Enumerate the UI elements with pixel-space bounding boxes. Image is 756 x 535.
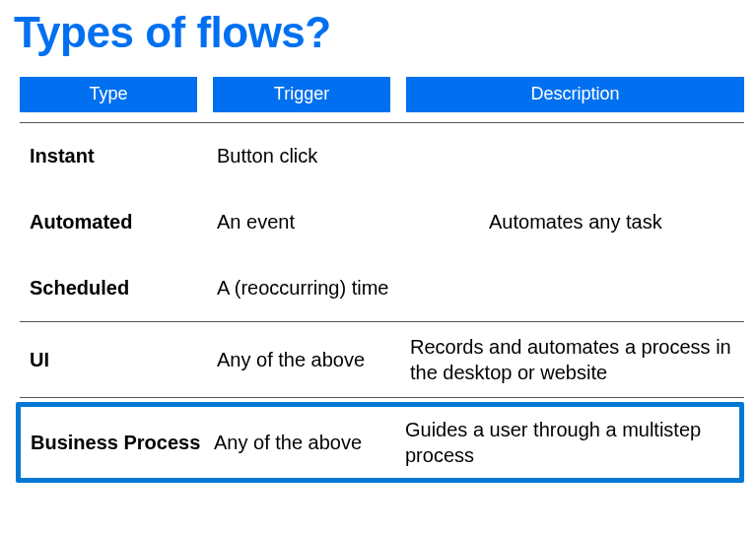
table-header-row: Type Trigger Description xyxy=(20,77,744,112)
cell-trigger: Any of the above xyxy=(214,432,405,454)
slide-title: Types of flows? xyxy=(0,0,756,57)
cell-type: Business Process xyxy=(31,432,214,454)
cell-trigger: An event xyxy=(217,211,410,234)
table-row: Scheduled A (reoccurring) time xyxy=(20,255,744,321)
cell-type: Scheduled xyxy=(30,277,217,300)
flows-table: Type Trigger Description Instant Button … xyxy=(0,57,756,483)
header-trigger: Trigger xyxy=(213,77,390,112)
header-type: Type xyxy=(20,77,197,112)
cell-type: Automated xyxy=(30,211,217,234)
table-row: UI Any of the above Records and automate… xyxy=(20,322,744,397)
table-row-highlighted: Business Process Any of the above Guides… xyxy=(16,402,744,483)
cell-trigger: A (reoccurring) time xyxy=(217,277,410,300)
cell-type: UI xyxy=(30,349,217,371)
cell-type: Instant xyxy=(30,145,217,167)
table-body: Instant Button click Automated An event … xyxy=(20,123,744,483)
table-row: Automated An event Automates any task xyxy=(20,189,744,255)
table-row: Instant Button click xyxy=(20,123,744,189)
separator xyxy=(20,397,744,398)
cell-description: Automates any task xyxy=(410,211,744,234)
cell-trigger: Any of the above xyxy=(217,349,410,371)
cell-description: Records and automates a process in the d… xyxy=(410,334,744,385)
cell-trigger: Button click xyxy=(217,145,410,167)
cell-description: Guides a user through a multistep proces… xyxy=(405,417,737,468)
header-description: Description xyxy=(406,77,744,112)
